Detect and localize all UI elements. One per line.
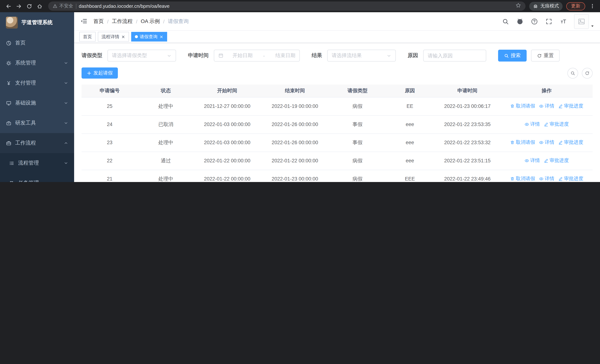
create-leave-button[interactable]: 发起请假 <box>82 67 118 79</box>
breadcrumb-oa-example[interactable]: OA 示例 <box>141 18 160 25</box>
help-icon[interactable] <box>531 18 538 25</box>
image-placeholder-icon <box>578 18 585 25</box>
table-toolbar: 发起请假 <box>82 67 593 79</box>
url-text: dashboard.yudao.iocoder.cn/bpm/oa/leave <box>79 3 169 9</box>
sidebar-item-home[interactable]: 首页 <box>0 33 74 53</box>
header-search-icon[interactable] <box>502 18 509 25</box>
sidebar-item-workflow[interactable]: 工作流程 <box>0 133 74 153</box>
user-avatar[interactable] <box>574 14 594 29</box>
browser-update-button[interactable]: 更新 <box>566 2 585 10</box>
table-row: 22通过2022-01-22 00:00:002022-01-22 00:00:… <box>82 152 593 170</box>
cell-actions: 取消请假详情审批进度 <box>501 97 593 115</box>
chevron-up-icon <box>64 181 68 182</box>
fullscreen-icon[interactable] <box>545 18 553 25</box>
cancel-leave-link[interactable]: 取消请假 <box>510 139 535 146</box>
result-select[interactable]: 请选择流结果 <box>327 50 396 62</box>
security-chip[interactable]: 不安全 <box>53 3 73 9</box>
refresh-icon <box>585 71 590 75</box>
sidebar-item-system-mgmt[interactable]: 系统管理 <box>0 53 74 73</box>
cell-actions: 取消请假详情审批进度 <box>501 133 593 152</box>
sidebar-item-dev-tools[interactable]: 研发工具 <box>0 113 74 133</box>
approval-progress-link[interactable]: 审批进度 <box>558 139 583 146</box>
detail-link[interactable]: 详情 <box>539 176 554 182</box>
detail-link[interactable]: 详情 <box>525 121 540 128</box>
approval-progress-link[interactable]: 审批进度 <box>544 157 569 164</box>
app-logo[interactable]: 芋道管理系统 <box>0 12 74 33</box>
sidebar-item-label: 流程管理 <box>18 160 39 167</box>
tab-label: 请假查询 <box>140 34 158 40</box>
github-icon[interactable] <box>516 18 524 25</box>
col-leave-type: 请假类型 <box>329 84 386 97</box>
font-size-icon[interactable] <box>560 18 567 25</box>
cell-end-time: 2022-01-26 00:00:00 <box>260 133 329 152</box>
reset-button[interactable]: 重置 <box>531 50 560 62</box>
breadcrumb-home[interactable]: 首页 <box>94 18 104 25</box>
table-row: 25处理中2021-12-27 00:00:002022-01-19 00:00… <box>82 97 593 115</box>
sidebar-item-infrastructure[interactable]: 基础设施 <box>0 93 74 113</box>
bookmark-star-icon[interactable] <box>516 3 521 10</box>
forward-arrow-icon <box>16 3 22 9</box>
tab-home[interactable]: 首页 <box>79 32 96 42</box>
search-icon <box>504 53 509 58</box>
reload-button[interactable] <box>24 1 34 11</box>
cell-reason: EEE <box>386 170 434 182</box>
sidebar-item-task-mgmt[interactable]: 任务管理 <box>0 173 74 182</box>
cell-actions: 详情审批进度 <box>501 152 593 170</box>
leave-type-placeholder: 请选择请假类型 <box>112 52 147 59</box>
browser-menu-button[interactable] <box>588 1 596 11</box>
sidebar-item-label: 任务管理 <box>18 180 39 182</box>
cell-status: 通过 <box>138 152 194 170</box>
approval-progress-link[interactable]: 审批进度 <box>558 176 583 182</box>
tab-process-detail[interactable]: 流程详情 <box>98 32 129 42</box>
cell-reason: eee <box>386 115 434 133</box>
apply-time-range-picker[interactable]: 开始日期 - 结束日期 <box>214 50 300 62</box>
leave-type-select[interactable]: 请选择请假类型 <box>107 50 176 62</box>
col-reason: 原因 <box>386 84 434 97</box>
table-row: 23处理中2022-01-03 00:00:002022-01-26 00:00… <box>82 133 593 152</box>
sidebar-item-payment-mgmt[interactable]: 支付管理 <box>0 73 74 93</box>
search-button[interactable]: 搜索 <box>498 50 527 62</box>
active-tab-dot <box>135 35 138 38</box>
cell-apply-time: 2022-01-22 23:51:15 <box>434 152 501 170</box>
col-start-time: 开始时间 <box>194 84 261 97</box>
cell-end-time: 2022-01-19 00:00:00 <box>260 97 329 115</box>
sidebar-item-label: 系统管理 <box>15 60 36 66</box>
cell-reason: eee <box>386 133 434 152</box>
reason-input[interactable] <box>423 50 486 62</box>
start-date-placeholder: 开始日期 <box>233 52 253 59</box>
cancel-leave-link[interactable]: 取消请假 <box>510 176 535 182</box>
forward-button[interactable] <box>14 1 24 11</box>
tab-leave-query[interactable]: 请假查询 <box>131 32 167 42</box>
detail-link[interactable]: 详情 <box>525 157 540 164</box>
breadcrumb-current: 请假查询 <box>168 18 189 25</box>
cell-start-time: 2022-01-03 00:00:00 <box>194 133 261 152</box>
close-icon[interactable] <box>159 35 163 39</box>
close-icon[interactable] <box>121 35 125 39</box>
address-bar[interactable]: 不安全 dashboard.yudao.iocoder.cn/bpm/oa/le… <box>48 1 525 11</box>
approval-progress-link[interactable]: 审批进度 <box>558 103 583 110</box>
col-apply-no: 申请编号 <box>82 84 138 97</box>
cell-apply-no: 23 <box>82 133 138 152</box>
date-separator: - <box>262 53 266 58</box>
cell-actions: 详情审批进度 <box>501 115 593 133</box>
search-icon <box>570 71 575 75</box>
incognito-icon <box>533 3 538 9</box>
cancel-leave-link[interactable]: 取消请假 <box>510 103 535 110</box>
approval-progress-link[interactable]: 审批进度 <box>544 121 569 128</box>
detail-link[interactable]: 详情 <box>539 139 554 146</box>
collapse-sidebar-button[interactable] <box>80 17 88 25</box>
incognito-badge: 无痕模式 <box>529 2 562 10</box>
calendar-icon <box>218 53 224 58</box>
back-button[interactable] <box>4 1 13 11</box>
workflow-submenu: 流程管理 任务管理 我的流程 待办任务 已办 <box>0 153 74 182</box>
home-button[interactable] <box>35 1 45 11</box>
sidebar-item-process-mgmt[interactable]: 流程管理 <box>0 153 74 173</box>
breadcrumb-workflow[interactable]: 工作流程 <box>112 18 133 25</box>
table-header-row: 申请编号 状态 开始时间 结束时间 请假类型 原因 申请时间 操作 <box>82 84 593 97</box>
refresh-table-button[interactable] <box>582 68 593 78</box>
sidebar-item-label: 基础设施 <box>15 100 36 106</box>
sidebar-item-label: 研发工具 <box>15 120 36 126</box>
tab-label: 流程详情 <box>102 34 119 40</box>
search-toggle-button[interactable] <box>567 68 578 78</box>
detail-link[interactable]: 详情 <box>539 103 554 110</box>
